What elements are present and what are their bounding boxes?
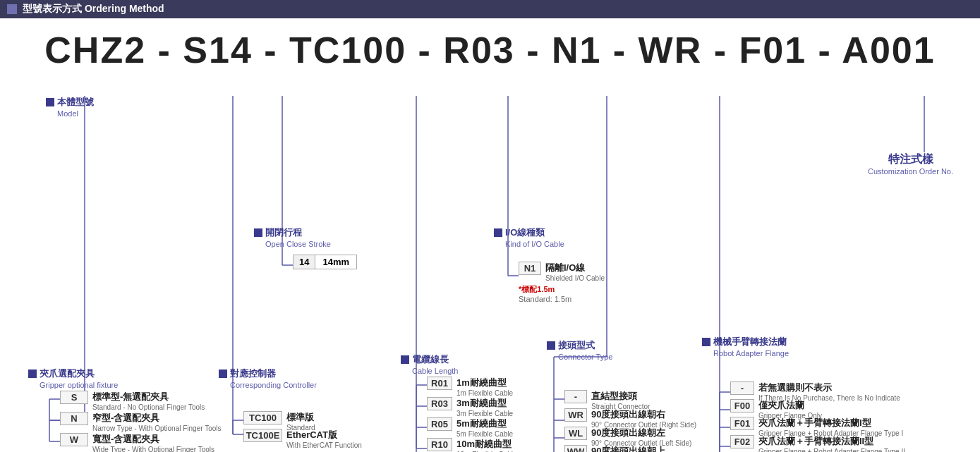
gripper-label: 夾爪選配夾具 Gripper optional fixture [28, 367, 118, 389]
gripper-item-w: W 寬型-含選配夾具 Wide Type - With Optional Fin… [60, 433, 214, 452]
cable-item-r10: R10 10m耐繞曲型 10m Flexible Cable [427, 438, 517, 452]
gripper-item-n: N 窄型-含選配夾具 Narrow Type - With Optional F… [60, 412, 221, 435]
gripper-icon [28, 369, 37, 378]
stroke-icon [254, 228, 262, 237]
controller-icon [219, 369, 227, 378]
io-cable-note: *標配1.5m Standard: 1.5m [519, 284, 571, 303]
stroke-label: 開閉行程 Open Close Stroke [254, 226, 331, 248]
io-cable-icon [494, 228, 502, 237]
diagram-area: 本體型號 Model 夾爪選配夾具 Gripper optional fixtu… [14, 75, 966, 452]
connector-item-ww: WW 90度接頭出線朝上 90° Connector Outlet (Up si… [564, 445, 688, 452]
header-bar: 型號表示方式 Ordering Method [0, 0, 980, 18]
header-title: 型號表示方式 Ordering Method [23, 3, 164, 16]
model-code-display: CHZ2 - S14 - TC100 - R03 - N1 - WR - F01… [14, 29, 966, 71]
controller-label: 對應控制器 Corresponding Controller [219, 367, 317, 389]
body-model-icon [46, 98, 54, 106]
flange-item-f02: F02 夾爪法蘭＋手臂轉接法蘭II型 Gripper Flange + Robo… [730, 435, 905, 452]
flange-icon [702, 338, 710, 346]
cable-label: 電纜線長 Cable Length [401, 353, 458, 375]
connector-label: 接頭型式 Connector Type [547, 339, 612, 361]
io-cable-item-n1: N1 隔離I/O線 Shielded I/O Cable [519, 262, 605, 285]
io-cable-label: I/O線種類 Kind of I/O Cable [494, 226, 564, 248]
connector-icon [547, 341, 555, 350]
body-model-label: 本體型號 Model [46, 96, 94, 118]
header-icon [7, 4, 17, 14]
controller-item-tc100e: TC100E EtherCAT版 With EtherCAT Function [243, 429, 362, 452]
stroke-box: 14 14mm [293, 255, 357, 269]
main-content: CHZ2 - S14 - TC100 - R03 - N1 - WR - F01… [0, 18, 980, 452]
gripper-item-s: S 標準型-無選配夾具 Standard - No Optional Finge… [60, 391, 205, 414]
flange-label: 機械手臂轉接法蘭 Robot Adapter Flange [702, 336, 789, 358]
cable-icon [401, 355, 409, 364]
customization-label: 特注式樣 Customization Order No. [868, 152, 953, 176]
